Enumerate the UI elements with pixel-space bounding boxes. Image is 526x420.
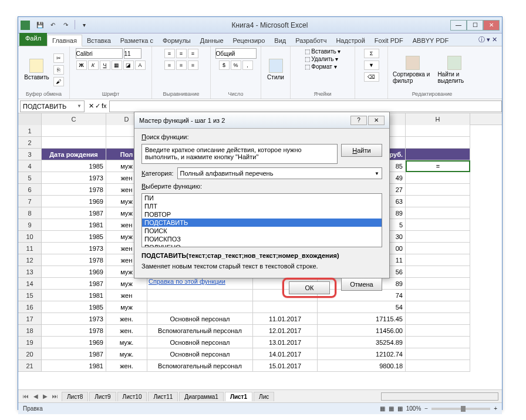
dialog-help-button[interactable]: ?	[350, 116, 367, 125]
cell-H19[interactable]	[406, 337, 470, 348]
sheet-tab[interactable]: Лист10	[117, 392, 147, 401]
select-all-corner[interactable]	[18, 113, 42, 125]
cell-C16[interactable]: 1985	[42, 301, 106, 313]
horizontal-scrollbar[interactable]	[381, 392, 498, 401]
cell-H8[interactable]	[406, 207, 470, 219]
row-header[interactable]: 8	[18, 207, 42, 219]
cell-C19[interactable]: 1969	[42, 337, 106, 348]
align-mid[interactable]: ≡	[176, 49, 187, 58]
font-size-select[interactable]	[124, 48, 141, 59]
cell-C18[interactable]: 1978	[42, 325, 106, 337]
row-header[interactable]: 19	[18, 337, 42, 348]
cell-C10[interactable]: 1985	[42, 231, 106, 243]
column-header-C[interactable]: C	[42, 113, 106, 125]
cell-F18[interactable]: 12.01.2017	[253, 325, 318, 337]
cell-H5[interactable]	[406, 172, 470, 184]
row-header[interactable]: 20	[18, 348, 42, 360]
function-item[interactable]: ПОДСТАВИТЬ	[142, 219, 382, 227]
row-header[interactable]: 13	[18, 266, 42, 278]
cell-E18[interactable]: Вспомогательный персонал	[147, 325, 253, 337]
function-item[interactable]: ПЛТ	[142, 202, 382, 210]
row-header[interactable]: 15	[18, 290, 42, 301]
row-header[interactable]: 6	[18, 184, 42, 196]
cell-G19[interactable]: 35254.89	[318, 337, 406, 348]
insert-cell-button[interactable]: ⬚ Вставить ▾	[305, 48, 341, 55]
accept-formula-button[interactable]: ✓	[95, 102, 100, 110]
cell-C7[interactable]: 1969	[42, 196, 106, 207]
fill-color-button[interactable]: ◪	[123, 61, 134, 70]
row-header[interactable]: 21	[18, 360, 42, 372]
find-button[interactable]: Найти	[341, 144, 382, 157]
ribbon-tab-3[interactable]: Формулы	[158, 35, 195, 46]
cell-H7[interactable]	[406, 196, 470, 207]
row-header[interactable]: 17	[18, 313, 42, 325]
sheet-tab[interactable]: Лист8	[62, 392, 88, 401]
view-layout-icon[interactable]: ▦	[389, 405, 394, 412]
cell-F21[interactable]: 15.01.2017	[253, 360, 318, 372]
view-break-icon[interactable]: ▦	[397, 405, 403, 412]
cell-D17[interactable]: жен.	[106, 313, 147, 325]
minimize-button[interactable]: —	[450, 20, 467, 31]
ok-button[interactable]: ОК	[289, 281, 330, 294]
zoom-level[interactable]: 100%	[406, 405, 422, 412]
close-button[interactable]: ✕	[483, 20, 500, 31]
function-item[interactable]: ПОИСК	[142, 227, 382, 235]
format-cell-button[interactable]: ⬚ Формат ▾	[305, 63, 337, 70]
cell-H10[interactable]	[406, 231, 470, 243]
redo-button[interactable]: ↷	[60, 20, 71, 31]
cell-H12[interactable]	[406, 254, 470, 266]
cell-C6[interactable]: 1978	[42, 184, 106, 196]
sheet-nav-first[interactable]: ⏮	[22, 393, 30, 399]
find-select-button[interactable]: Найти и выделить	[436, 55, 473, 85]
cell-C13[interactable]: 1969	[42, 266, 106, 278]
search-input[interactable]: Введите краткое описание действия, котор…	[141, 144, 338, 164]
fill-button[interactable]: ▼	[364, 61, 379, 70]
sheet-tab[interactable]: Лист11	[148, 392, 178, 401]
file-tab[interactable]: Файл	[19, 33, 47, 46]
cell-C4[interactable]: 1985	[42, 160, 106, 172]
ribbon-help[interactable]: ⓘ ▾ ✕	[474, 33, 502, 46]
cell-C9[interactable]: 1981	[42, 219, 106, 231]
paste-button[interactable]: Вставить	[23, 58, 50, 82]
cell-E20[interactable]: Основной персонал	[147, 348, 253, 360]
sheet-nav-last[interactable]: ⏭	[51, 393, 59, 399]
cell-H6[interactable]	[406, 184, 470, 196]
dialog-close-button[interactable]: ✕	[368, 116, 385, 125]
ribbon-tab-9[interactable]: Foxit PDF	[370, 35, 408, 46]
row-header[interactable]: 14	[18, 278, 42, 290]
row-header[interactable]: 5	[18, 172, 42, 184]
cell-C17[interactable]: 1973	[42, 313, 106, 325]
function-list[interactable]: ПИПЛТПОВТОРПОДСТАВИТЬПОИСКПОИСКПОЗПОЛУЧЕ…	[141, 193, 382, 247]
ribbon-tab-8[interactable]: Надстрой	[331, 35, 369, 46]
row-header[interactable]: 7	[18, 196, 42, 207]
sort-filter-button[interactable]: Сортировка и фильтр	[392, 55, 434, 85]
cell-E17[interactable]: Основной персонал	[147, 313, 253, 325]
cell-H17[interactable]	[406, 313, 470, 325]
align-left[interactable]: ≡	[164, 61, 175, 70]
align-bot[interactable]: ≡	[188, 49, 198, 58]
cell-E19[interactable]: Основной персонал	[147, 337, 253, 348]
formula-input[interactable]	[109, 100, 502, 112]
cell-F17[interactable]: 11.01.2017	[253, 313, 318, 325]
cell-G18[interactable]: 11456.00	[318, 325, 406, 337]
sheet-nav-prev[interactable]: ◀	[32, 393, 39, 399]
cell-F20[interactable]: 14.01.2017	[253, 348, 318, 360]
cell-C2[interactable]	[42, 137, 106, 149]
cut-button[interactable]: ✂	[53, 53, 64, 63]
cell-H16[interactable]	[406, 301, 470, 313]
autosum-button[interactable]: Σ	[364, 49, 379, 58]
sheet-tab[interactable]: Диаграмма1	[179, 392, 224, 401]
row-header[interactable]: 11	[18, 243, 42, 254]
function-item[interactable]: ПИ	[142, 194, 382, 202]
cell-D19[interactable]: муж.	[106, 337, 147, 348]
view-normal-icon[interactable]: ▦	[380, 405, 385, 412]
ribbon-tab-1[interactable]: Вставка	[82, 35, 116, 46]
cell-F19[interactable]: 13.01.2017	[253, 337, 318, 348]
cell-H1[interactable]	[406, 125, 470, 137]
number-format-select[interactable]	[215, 48, 257, 59]
sheet-tab[interactable]: Лис	[254, 392, 274, 401]
italic-button[interactable]: К	[88, 61, 99, 70]
row-header[interactable]: 16	[18, 301, 42, 313]
row-header[interactable]: 3	[18, 149, 42, 160]
undo-button[interactable]: ↶	[48, 20, 58, 31]
